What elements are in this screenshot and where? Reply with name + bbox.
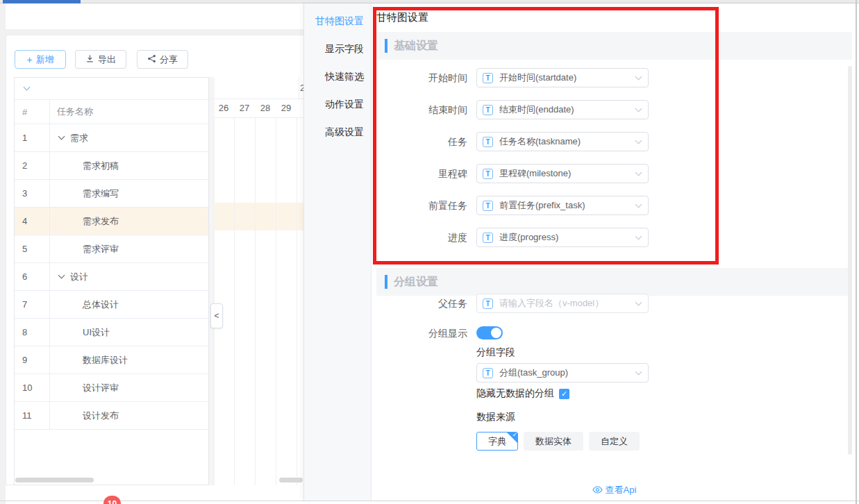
text-field-icon: T — [483, 299, 493, 309]
row-index: 3 — [15, 180, 50, 207]
text-field-icon: T — [483, 233, 493, 243]
row-index: 5 — [15, 235, 50, 262]
tab-display-fields[interactable]: 显示字段 — [304, 35, 371, 63]
hide-empty-group-row: 隐藏无数据的分组 ✓ — [476, 387, 569, 400]
task-select[interactable]: T 任务名称(taskname) — [476, 132, 649, 151]
tab-gantt-settings[interactable]: 甘特图设置 — [304, 8, 371, 35]
select-placeholder: 请输入字段名（v-model） — [499, 297, 603, 310]
left-gutter — [0, 3, 6, 504]
chevron-down-icon — [24, 84, 31, 91]
toggle-knob — [491, 328, 501, 338]
tab-action-settings[interactable]: 动作设置 — [304, 91, 371, 119]
field-label: 里程碑 — [376, 164, 467, 183]
share-button[interactable]: 分享 — [137, 50, 188, 69]
table-row[interactable]: 2 需求初稿 — [15, 152, 208, 180]
gantt-horizontal-scrollbar[interactable] — [279, 478, 303, 482]
view-api-link[interactable]: 查看Api — [376, 484, 852, 496]
task-name: 需求编写 — [83, 187, 119, 200]
milestone-select[interactable]: T 里程碑(milestone) — [476, 164, 649, 183]
table-row[interactable]: 7 总体设计 — [15, 291, 208, 319]
source-dictionary-button[interactable]: 字典 ✓ — [476, 432, 518, 451]
task-name: 设计评审 — [83, 382, 119, 394]
task-name: 需求 — [70, 132, 88, 144]
panel-title: 甘特图设置 — [376, 11, 428, 24]
day-label: 26 — [213, 103, 234, 113]
chevron-down-icon — [635, 169, 642, 176]
chevron-down-icon — [635, 137, 642, 144]
end-time-select[interactable]: T 结束时间(enddate) — [476, 100, 649, 119]
tab-quick-filter[interactable]: 快速筛选 — [304, 63, 371, 91]
row-index: 8 — [15, 319, 50, 346]
progress-select[interactable]: T 进度(progress) — [476, 228, 649, 247]
data-source-label: 数据来源 — [476, 411, 515, 423]
row-index: 11 — [15, 402, 50, 429]
text-field-icon: T — [483, 169, 493, 179]
export-button[interactable]: 导出 — [75, 50, 126, 69]
task-name: 需求发布 — [83, 215, 119, 228]
tab-advanced-settings[interactable]: 高级设置 — [304, 119, 371, 146]
group-display-toggle[interactable] — [476, 326, 503, 339]
hide-empty-group-checkbox[interactable]: ✓ — [559, 389, 569, 399]
section-accent-bar — [385, 275, 387, 289]
field-label: 父任务 — [376, 294, 467, 313]
text-field-icon: T — [483, 105, 493, 115]
start-time-select[interactable]: T 开始时间(startdate) — [476, 68, 649, 87]
grid-line — [213, 118, 214, 485]
field-label: 分组显示 — [376, 324, 467, 343]
table-row[interactable]: 8 UI设计 — [15, 319, 208, 346]
background-band — [6, 29, 303, 35]
row-index: 1 — [15, 124, 50, 151]
table-row[interactable]: 1 需求 — [15, 124, 208, 152]
row-index: 9 — [15, 346, 50, 373]
field-label: 任务 — [376, 132, 467, 151]
bottom-divider — [0, 501, 859, 501]
field-label: 前置任务 — [376, 196, 467, 215]
collapse-panel-handle[interactable]: < — [210, 303, 223, 328]
row-index: 7 — [15, 291, 50, 318]
source-custom-button[interactable]: 自定义 — [589, 432, 640, 451]
day-label: 28 — [255, 103, 276, 113]
select-value: 进度(progress) — [499, 231, 558, 244]
grid-line — [297, 118, 297, 485]
table-row[interactable]: 5 需求评审 — [15, 235, 208, 263]
grid-line — [234, 118, 235, 485]
chevron-down-icon — [635, 73, 642, 80]
hide-empty-group-label: 隐藏无数据的分组 — [476, 387, 554, 400]
source-entity-button[interactable]: 数据实体 — [524, 432, 583, 451]
add-button[interactable]: + 新增 — [15, 50, 66, 69]
table-select-header[interactable] — [15, 78, 208, 100]
group-settings-header: 分组设置 — [376, 268, 852, 296]
table-row[interactable]: 9 数据库设计 — [15, 346, 208, 374]
task-name: UI设计 — [83, 326, 110, 339]
select-value: 结束时间(enddate) — [499, 103, 574, 116]
chevron-down-icon — [635, 368, 642, 375]
grid-line — [276, 118, 276, 485]
section-title: 基础设置 — [394, 39, 438, 53]
group-expand-icon[interactable] — [58, 272, 65, 279]
gantt-chart: 2 26 27 28 29 — [209, 77, 303, 485]
group-field-label: 分组字段 — [476, 346, 515, 359]
table-row-highlighted[interactable]: 4 需求发布 — [15, 208, 208, 235]
chevron-down-icon — [635, 299, 642, 305]
parent-task-select[interactable]: T 请输入字段名（v-model） — [476, 294, 649, 313]
table-horizontal-scrollbar[interactable] — [15, 478, 94, 482]
group-expand-icon[interactable] — [58, 133, 65, 140]
task-name: 总体设计 — [83, 299, 119, 311]
table-row[interactable]: 11 设计发布 — [15, 402, 208, 430]
select-value: 里程碑(milestone) — [499, 167, 571, 180]
loading-progress-bar — [3, 0, 81, 3]
index-column-header: # — [15, 100, 50, 124]
table-row[interactable]: 6 设计 — [15, 263, 208, 291]
group-field-select[interactable]: T 分组(task_group) — [476, 363, 649, 383]
table-row[interactable]: 3 需求编写 — [15, 180, 208, 208]
prefix-task-select[interactable]: T 前置任务(prefix_task) — [476, 196, 649, 215]
day-label: 27 — [234, 103, 255, 113]
select-value: 前置任务(prefix_task) — [499, 199, 585, 212]
drawer-vertical-scrollbar[interactable] — [848, 66, 852, 455]
source-option-label: 数据实体 — [535, 435, 572, 448]
gantt-month-header — [209, 77, 303, 99]
section-accent-bar — [385, 39, 387, 53]
add-button-label: 新增 — [36, 53, 54, 66]
table-row[interactable]: 10 设计评审 — [15, 374, 208, 402]
month-divider — [299, 77, 299, 99]
